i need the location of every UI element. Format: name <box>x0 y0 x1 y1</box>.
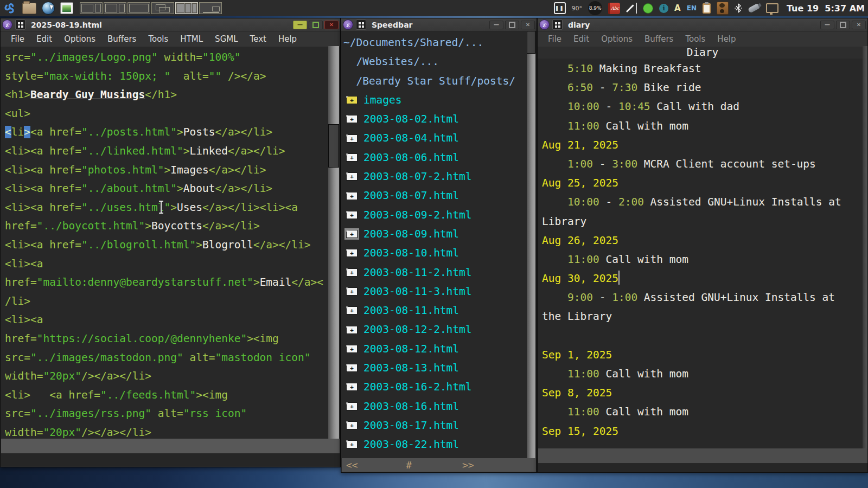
menu-buffers[interactable]: Buffers <box>639 34 679 44</box>
menu-edit[interactable]: Edit <box>30 34 58 44</box>
image-viewer-icon[interactable] <box>60 2 73 14</box>
file-name[interactable]: 2003-08-07-2.html <box>363 167 472 186</box>
trisquel-logo-icon[interactable] <box>3 2 17 15</box>
bluetooth-icon[interactable] <box>735 3 742 13</box>
file-icon[interactable]: + <box>346 364 358 372</box>
speedbar-file[interactable]: +2003-08-16.html <box>343 397 526 416</box>
file-name[interactable]: 2003-08-11.html <box>363 301 459 320</box>
file-name[interactable]: 2003-08-12-2.html <box>363 320 472 339</box>
diary-scrollbar[interactable] <box>863 46 867 463</box>
maximize-button[interactable] <box>309 21 323 29</box>
editor-echo-area[interactable] <box>1 453 340 466</box>
speedbar-file[interactable]: +2003-08-02.html <box>343 110 526 129</box>
menu-html[interactable]: HTML <box>174 34 209 44</box>
minimize-button[interactable]: — <box>489 21 503 29</box>
temperature-indicator[interactable]: 90° <box>572 5 583 12</box>
menu-options[interactable]: Options <box>58 34 101 44</box>
clock[interactable]: Tue 19 5:37 AM <box>787 3 865 14</box>
window-menu-icon[interactable] <box>356 20 366 30</box>
file-name[interactable]: 2003-08-16.html <box>363 397 459 416</box>
file-icon[interactable]: + <box>346 440 358 448</box>
file-icon[interactable]: + <box>346 326 358 334</box>
speedbar-file[interactable]: +2003-08-22.html <box>343 435 526 454</box>
file-icon[interactable]: + <box>346 249 358 257</box>
speedbar-file[interactable]: +2003-08-04.html <box>343 129 526 147</box>
menu-tools[interactable]: Tools <box>679 34 711 44</box>
keyboard-layout-indicator[interactable]: EN <box>687 4 697 12</box>
menu-help[interactable]: Help <box>711 34 742 44</box>
close-button[interactable]: ✕ <box>852 21 866 29</box>
file-icon[interactable]: + <box>346 383 358 391</box>
cpu-monitor[interactable]: 8.9% <box>588 1 602 15</box>
speedbar-file[interactable]: +2003-08-07-2.html <box>343 167 526 186</box>
web-browser-icon[interactable] <box>42 2 55 15</box>
speedbar-scrollbar-thumb[interactable] <box>527 31 535 54</box>
file-name[interactable]: 2003-08-16-2.html <box>363 377 472 396</box>
editor-titlebar[interactable]: ε 2025-08-19.html — ✕ <box>1 18 340 31</box>
speedbar-file[interactable]: +2003-08-17.html <box>343 416 526 435</box>
workspace-4[interactable] <box>151 2 174 14</box>
menu-tools[interactable]: Tools <box>142 34 174 44</box>
file-name[interactable]: 2003-08-10.html <box>363 243 459 262</box>
folder-icon[interactable]: + <box>346 96 358 104</box>
file-name[interactable]: 2003-08-11-2.html <box>363 263 472 282</box>
diary-echo-area[interactable] <box>538 464 867 472</box>
file-name[interactable]: 2003-08-04.html <box>363 129 459 147</box>
folder-name[interactable]: images <box>363 91 401 110</box>
file-name[interactable]: 2003-08-12.html <box>363 339 459 358</box>
file-icon[interactable]: + <box>346 230 358 238</box>
speedbar-file[interactable]: +2003-08-11.html <box>343 301 526 320</box>
speedbar-hash-button[interactable]: # <box>406 458 412 472</box>
file-name[interactable]: 2003-08-09-2.html <box>363 206 472 224</box>
diary-titlebar[interactable]: ε diary — ✕ <box>538 18 867 31</box>
menu-edit[interactable]: Edit <box>567 34 595 44</box>
file-icon[interactable]: + <box>346 134 358 143</box>
workspace-3[interactable] <box>127 2 150 14</box>
file-icon[interactable]: + <box>346 172 358 181</box>
volume-icon[interactable] <box>717 2 729 15</box>
speedbar-file[interactable]: +2003-08-09.html <box>343 224 526 243</box>
display-icon[interactable] <box>766 3 778 13</box>
clipboard-icon[interactable] <box>703 3 711 14</box>
speedbar-file[interactable]: +2003-08-16-2.html <box>343 377 526 396</box>
file-name[interactable]: 2003-08-06.html <box>363 148 459 167</box>
speedbar-path[interactable]: /Websites/... <box>343 52 526 71</box>
speedbar-file[interactable]: +2003-08-12.html <box>343 339 526 358</box>
file-icon[interactable]: + <box>346 268 358 277</box>
minimize-button[interactable]: — <box>820 21 834 29</box>
file-icon[interactable]: + <box>346 306 358 314</box>
menu-buffers[interactable]: Buffers <box>101 34 142 44</box>
speedbar-file[interactable]: +2003-08-11-3.html <box>343 282 526 301</box>
file-icon[interactable]: + <box>346 211 358 219</box>
speedbar-file[interactable]: +2003-08-10.html <box>343 243 526 262</box>
menu-sgml[interactable]: SGML <box>209 34 244 44</box>
workspace-1[interactable] <box>80 2 103 14</box>
status-dot-icon[interactable] <box>643 3 653 14</box>
workspace-5[interactable] <box>175 2 198 14</box>
dictionary-icon[interactable]: Abc <box>608 3 620 14</box>
file-name[interactable]: 2003-08-11-3.html <box>363 282 472 301</box>
close-button[interactable]: ✕ <box>324 21 339 29</box>
speedbar-list[interactable]: ~/Documents/Shared/... /Websites/... /Be… <box>343 33 526 457</box>
window-menu-icon[interactable] <box>15 20 25 30</box>
file-icon[interactable]: + <box>346 153 358 162</box>
speedbar-file[interactable]: +2003-08-13.html <box>343 358 526 377</box>
file-icon[interactable]: + <box>346 287 358 296</box>
speedbar-file[interactable]: +2003-08-11-2.html <box>343 263 526 282</box>
speedbar-file[interactable]: +2003-08-12-2.html <box>343 320 526 339</box>
menu-file[interactable]: File <box>5 34 30 44</box>
speedbar-path[interactable]: ~/Documents/Shared/... <box>343 33 526 52</box>
speedbar-back-button[interactable]: << <box>346 458 358 472</box>
close-button[interactable]: ✕ <box>521 21 535 29</box>
workspace-2[interactable] <box>104 2 126 14</box>
file-name[interactable]: 2003-08-13.html <box>363 358 459 377</box>
file-icon[interactable]: + <box>346 402 358 410</box>
speedbar-file[interactable]: +2003-08-07.html <box>343 186 526 205</box>
file-name[interactable]: 2003-08-22.html <box>363 435 459 454</box>
usb-icon[interactable] <box>748 3 761 13</box>
editor-scrollbar-thumb[interactable] <box>328 124 339 168</box>
file-icon[interactable]: + <box>346 421 358 429</box>
menu-text[interactable]: Text <box>244 34 272 44</box>
menu-help[interactable]: Help <box>272 34 303 44</box>
window-menu-icon[interactable] <box>552 20 563 30</box>
